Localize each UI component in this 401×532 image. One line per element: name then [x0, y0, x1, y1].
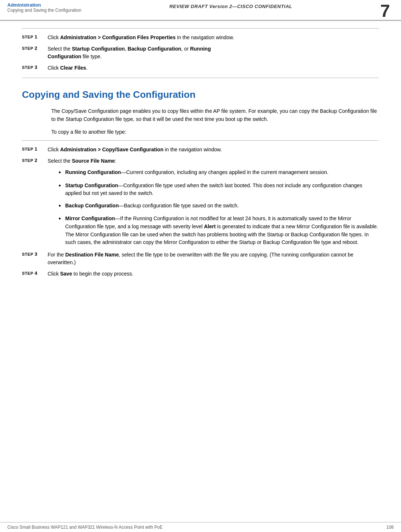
step-label-3: STEP 3 — [22, 64, 48, 70]
draft-notice: REVIEW DRAFT Version 2—CISCO CONFIDENTIA… — [81, 4, 380, 9]
clearing-steps-divider — [22, 78, 379, 78]
clearing-step-2: STEP 2 Select the Startup Configuration,… — [22, 45, 379, 60]
bullet-dot-1: • — [59, 169, 65, 177]
clearing-step-3-text: Click Clear Files. — [48, 64, 379, 72]
copy-step-3-text: For the Destination File Name, select th… — [48, 251, 379, 266]
bullet-backup-config: • Backup Configuration—Backup configurat… — [59, 202, 379, 210]
page-header: Administration Copying and Saving the Co… — [0, 0, 401, 21]
copy-step-2: STEP 2 Select the Source File Name: — [22, 157, 379, 165]
clearing-step-1-text: Click Administration > Configuration Fil… — [48, 34, 379, 41]
bullet-dot-3: • — [59, 202, 65, 210]
bullet-backup-config-text: Backup Configuration—Backup configuratio… — [65, 202, 239, 210]
bullet-startup-config: • Startup Configuration—Configuration fi… — [59, 182, 379, 197]
copy-step-1-text: Click Administration > Copy/Save Configu… — [48, 146, 379, 154]
header-left: Administration Copying and Saving the Co… — [7, 2, 81, 13]
bullet-running-config-text: Running Configuration—Current configurat… — [65, 169, 328, 177]
copy-step-4: STEP 4 Click Save to begin the copy proc… — [22, 270, 379, 278]
breadcrumb-title: Administration — [7, 2, 81, 8]
section-heading: Copying and Saving the Configuration — [22, 89, 379, 100]
copy-step-label-4: STEP 4 — [22, 270, 48, 276]
bullet-mirror-config-text: Mirror Configuration—If the Running Conf… — [65, 215, 379, 247]
clearing-step-2-text: Select the Startup Configuration, Backup… — [48, 45, 379, 60]
footer-left-text: Cisco Small Business WAP121 and WAP321 W… — [7, 525, 163, 530]
step-label-1: STEP 1 — [22, 34, 48, 40]
copy-step-2-text: Select the Source File Name: — [48, 157, 379, 165]
copy-steps-block: STEP 1 Click Administration > Copy/Save … — [22, 140, 379, 278]
header-center: REVIEW DRAFT Version 2—CISCO CONFIDENTIA… — [81, 2, 380, 11]
bullet-mirror-config: • Mirror Configuration—If the Running Co… — [59, 215, 379, 247]
clearing-steps-block: STEP 1 Click Administration > Configurat… — [22, 28, 379, 72]
main-content: STEP 1 Click Administration > Configurat… — [0, 21, 401, 289]
footer-page-number: 108 — [386, 525, 394, 530]
intro-paragraph-2: To copy a file to another file type: — [51, 128, 379, 136]
bullet-startup-config-text: Startup Configuration—Configuration file… — [65, 182, 379, 197]
copy-step-3: STEP 3 For the Destination File Name, se… — [22, 251, 379, 266]
breadcrumb-subtitle: Copying and Saving the Configuration — [7, 8, 81, 13]
copy-step-label-2: STEP 2 — [22, 157, 48, 163]
copy-step-label-3: STEP 3 — [22, 251, 48, 257]
clearing-step-3: STEP 3 Click Clear Files. — [22, 64, 379, 72]
source-file-bullets: • Running Configuration—Current configur… — [59, 169, 379, 247]
bullet-dot-4: • — [59, 215, 65, 223]
bullet-dot-2: • — [59, 182, 65, 190]
page-footer: Cisco Small Business WAP121 and WAP321 W… — [0, 522, 401, 532]
intro-paragraph-1: The Copy/Save Configuration page enables… — [51, 107, 379, 123]
step-label-2: STEP 2 — [22, 45, 48, 51]
copy-step-1: STEP 1 Click Administration > Copy/Save … — [22, 146, 379, 154]
copy-step-label-1: STEP 1 — [22, 146, 48, 152]
chapter-number: 7 — [380, 2, 394, 20]
clearing-step-1: STEP 1 Click Administration > Configurat… — [22, 34, 379, 41]
copy-step-4-text: Click Save to begin the copy process. — [48, 270, 379, 278]
bullet-running-config: • Running Configuration—Current configur… — [59, 169, 379, 177]
